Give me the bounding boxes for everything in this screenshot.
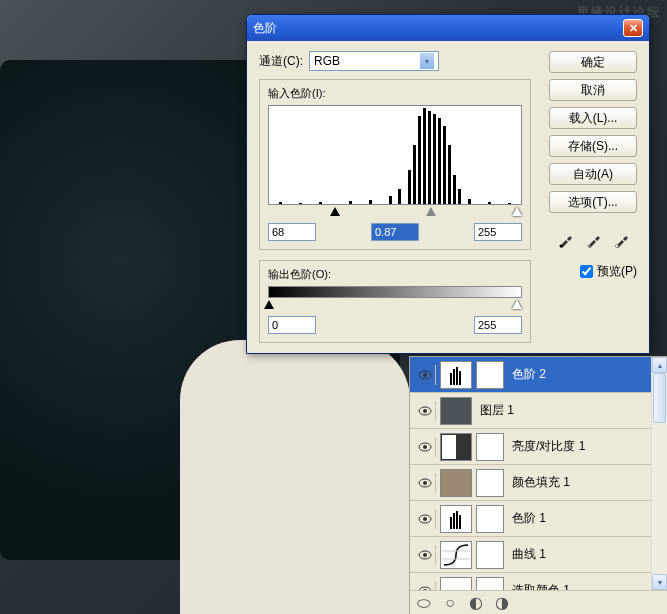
- output-white-field[interactable]: [474, 316, 522, 334]
- black-point-slider[interactable]: [330, 207, 340, 216]
- input-slider: [268, 207, 522, 219]
- output-slider: [268, 300, 522, 312]
- ok-button[interactable]: 确定: [549, 51, 637, 73]
- input-black-field[interactable]: [268, 223, 316, 241]
- svg-rect-14: [456, 435, 470, 459]
- visibility-eye-icon[interactable]: [414, 545, 436, 565]
- svg-point-16: [423, 481, 427, 485]
- svg-rect-19: [450, 517, 452, 529]
- input-gamma-field[interactable]: [371, 223, 419, 241]
- gamma-slider[interactable]: [426, 207, 436, 216]
- layer-row[interactable]: 色阶 2: [410, 357, 667, 393]
- input-white-field[interactable]: [474, 223, 522, 241]
- visibility-eye-icon[interactable]: [414, 437, 436, 457]
- layer-row[interactable]: 亮度/对比度 1: [410, 429, 667, 465]
- output-values-row: [268, 316, 522, 334]
- layer-row[interactable]: 颜色填充 1: [410, 465, 667, 501]
- channel-label: 通道(C):: [259, 53, 303, 70]
- channel-value: RGB: [314, 54, 340, 68]
- svg-rect-5: [450, 373, 452, 385]
- preview-checkbox[interactable]: [580, 265, 593, 278]
- scroll-down-icon[interactable]: ▾: [652, 574, 667, 590]
- photo-person: [180, 340, 410, 614]
- link-icon[interactable]: ⬭: [416, 595, 432, 611]
- output-black-field[interactable]: [268, 316, 316, 334]
- visibility-eye-icon[interactable]: [414, 401, 436, 421]
- close-icon: ✕: [629, 22, 638, 35]
- input-values-row: [268, 223, 522, 241]
- eyedropper-black-icon[interactable]: [555, 227, 577, 249]
- layer-mask-thumbnail[interactable]: [476, 541, 504, 569]
- svg-point-1: [588, 245, 591, 248]
- white-point-slider[interactable]: [512, 207, 522, 216]
- layer-label: 图层 1: [476, 402, 663, 419]
- dialog-body: 通道(C): RGB ▾ 输入色阶(I): 输出色阶(O):: [247, 41, 649, 363]
- svg-rect-6: [453, 369, 455, 385]
- layer-label: 色阶 2: [508, 366, 663, 383]
- chevron-down-icon: ▾: [420, 53, 434, 69]
- scroll-thumb[interactable]: [653, 373, 666, 423]
- layers-footer: ⬭ ○ ◐ ◑: [410, 590, 667, 614]
- layer-thumbnail[interactable]: [440, 469, 472, 497]
- layer-mask-thumbnail[interactable]: [476, 505, 504, 533]
- layer-mask-thumbnail[interactable]: [476, 361, 504, 389]
- cancel-button[interactable]: 取消: [549, 79, 637, 101]
- load-button[interactable]: 载入(L)...: [549, 107, 637, 129]
- layer-label: 颜色填充 1: [508, 474, 663, 491]
- layer-mask-thumbnail[interactable]: [476, 433, 504, 461]
- layer-row[interactable]: 曲线 1: [410, 537, 667, 573]
- dialog-titlebar[interactable]: 色阶 ✕: [247, 15, 649, 41]
- layer-label: 曲线 1: [508, 546, 663, 563]
- layer-thumbnail[interactable]: [440, 361, 472, 389]
- svg-rect-22: [459, 515, 461, 529]
- channel-select[interactable]: RGB ▾: [309, 51, 439, 71]
- close-button[interactable]: ✕: [623, 19, 643, 37]
- layer-thumbnail[interactable]: [440, 505, 472, 533]
- visibility-eye-icon[interactable]: [414, 365, 436, 385]
- layer-label: 亮度/对比度 1: [508, 438, 663, 455]
- save-button[interactable]: 存储(S)...: [549, 135, 637, 157]
- layer-label: 色阶 1: [508, 510, 663, 527]
- fx-icon[interactable]: ○: [442, 595, 458, 611]
- output-black-slider[interactable]: [264, 300, 274, 309]
- eyedropper-white-icon[interactable]: [611, 227, 633, 249]
- eyedropper-row: [549, 227, 637, 249]
- levels-dialog: 色阶 ✕ 通道(C): RGB ▾ 输入色阶(I):: [246, 14, 650, 354]
- mask-icon[interactable]: ◐: [468, 595, 484, 611]
- preview-label: 预览(P): [597, 263, 637, 280]
- input-levels-label: 输入色阶(I):: [268, 86, 522, 101]
- button-column: 确定 取消 载入(L)... 存储(S)... 自动(A) 选项(T)... 预…: [549, 51, 637, 280]
- svg-point-2: [616, 245, 619, 248]
- layers-panel: 色阶 2图层 1亮度/对比度 1颜色填充 1色阶 1曲线 1选取颜色 1 ▴ ▾…: [409, 356, 667, 614]
- input-levels-group: 输入色阶(I):: [259, 79, 531, 250]
- layer-thumbnail[interactable]: [440, 397, 472, 425]
- adjustment-icon[interactable]: ◑: [494, 595, 510, 611]
- svg-point-0: [560, 245, 563, 248]
- layer-thumbnail[interactable]: [440, 541, 472, 569]
- svg-rect-8: [459, 371, 461, 385]
- options-button[interactable]: 选项(T)...: [549, 191, 637, 213]
- svg-point-24: [423, 553, 427, 557]
- visibility-eye-icon[interactable]: [414, 473, 436, 493]
- layer-thumbnail[interactable]: [440, 433, 472, 461]
- svg-rect-21: [456, 511, 458, 529]
- auto-button[interactable]: 自动(A): [549, 163, 637, 185]
- layer-row[interactable]: 图层 1: [410, 393, 667, 429]
- preview-row: 预览(P): [549, 263, 637, 280]
- eyedropper-gray-icon[interactable]: [583, 227, 605, 249]
- histogram: [268, 105, 522, 205]
- svg-rect-7: [456, 367, 458, 385]
- scroll-up-icon[interactable]: ▴: [652, 357, 667, 373]
- layer-row[interactable]: 色阶 1: [410, 501, 667, 537]
- svg-rect-20: [453, 513, 455, 529]
- visibility-eye-icon[interactable]: [414, 509, 436, 529]
- svg-point-10: [423, 409, 427, 413]
- output-levels-label: 输出色阶(O):: [268, 267, 522, 282]
- output-gradient: [268, 286, 522, 298]
- layer-mask-thumbnail[interactable]: [476, 469, 504, 497]
- output-white-slider[interactable]: [512, 300, 522, 309]
- svg-point-12: [423, 445, 427, 449]
- svg-rect-13: [442, 435, 456, 459]
- svg-point-4: [423, 373, 427, 377]
- layers-scrollbar[interactable]: ▴ ▾: [651, 357, 667, 590]
